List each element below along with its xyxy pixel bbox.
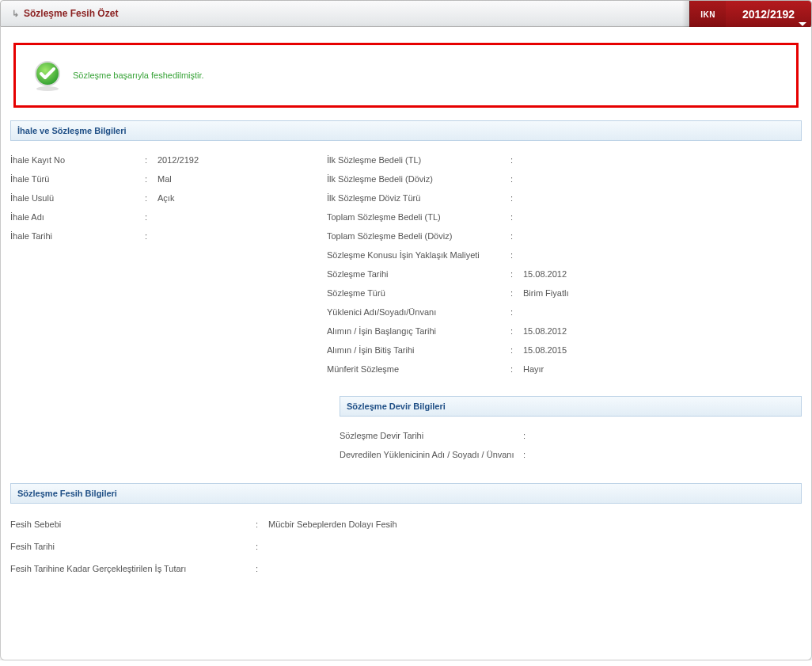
breadcrumb-arrow-icon: ↳ xyxy=(12,9,19,19)
row-toplam-tl: Toplam Sözleşme Bedeli (TL) : xyxy=(327,207,802,226)
row-yuklenici: Yüklenici Adı/Soyadı/Ünvanı : xyxy=(327,303,802,322)
row-ilk-doviz-turu: İlk Sözleşme Döviz Türü : xyxy=(327,188,802,207)
fesih-rows: Fesih Sebebi : Mücbir Sebeplerden Dolayı… xyxy=(10,513,802,580)
row-devir-tarih: Sözleşme Devir Tarihi : xyxy=(340,426,802,445)
content: Sözleşme başarıyla feshedilmiştir. İhale… xyxy=(0,27,812,660)
page-title: Sözleşme Fesih Özet xyxy=(24,8,118,19)
ikn-label: IKN xyxy=(700,10,715,19)
row-devredilen: Devredilen Yüklenicinin Adı / Soyadı / Ü… xyxy=(340,445,802,464)
section-header-ihale: İhale ve Sözleşme Bilgileri xyxy=(10,120,802,141)
value: 2012/2192 xyxy=(157,155,303,165)
row-ilk-doviz: İlk Sözleşme Bedeli (Döviz) : xyxy=(327,169,802,188)
row-ilk-tl: İlk Sözleşme Bedeli (TL) : xyxy=(327,150,802,169)
ihale-columns: İhale Kayıt No : 2012/2192 İhale Türü : … xyxy=(10,150,802,472)
ikn-value: 2012/2192 xyxy=(742,8,795,21)
ikn-label-box: IKN xyxy=(689,1,726,28)
row-soz-tarih: Sözleşme Tarihi : 15.08.2012 xyxy=(327,264,802,284)
page: ↳ Sözleşme Fesih Özet IKN 2012/2192 xyxy=(0,0,812,660)
row-ihale-tarihi: İhale Tarihi : xyxy=(10,226,303,245)
row-yaklasik: Sözleşme Konusu İşin Yaklaşık Maliyeti : xyxy=(327,245,802,264)
success-check-icon xyxy=(32,59,63,91)
row-munferit: Münferit Sözleşme : Hayır xyxy=(327,360,802,379)
row-toplam-doviz: Toplam Sözleşme Bedeli (Döviz) : xyxy=(327,226,802,245)
row-ihale-usulu: İhale Usulü : Açık xyxy=(10,188,303,207)
label: İhale Kayıt No xyxy=(10,155,145,165)
row-fesih-tutar: Fesih Tarihine Kadar Gerçekleştirilen İş… xyxy=(10,558,802,580)
row-fesih-tarih: Fesih Tarihi : xyxy=(10,535,802,558)
success-message: Sözleşme başarıyla feshedilmiştir. xyxy=(73,70,204,80)
success-alert: Sözleşme başarıyla feshedilmiştir. xyxy=(13,43,799,108)
row-ihale-turu: İhale Türü : Mal xyxy=(10,169,303,188)
ikn-badge[interactable]: IKN 2012/2192 xyxy=(689,1,811,28)
row-bitis: Alımın / İşin Bitiş Tarihi : 15.08.2015 xyxy=(327,341,802,360)
row-ihale-kayit-no: İhale Kayıt No : 2012/2192 xyxy=(10,150,303,169)
chevron-down-icon xyxy=(799,22,806,26)
row-baslangic: Alımın / İşin Başlangıç Tarihi : 15.08.2… xyxy=(327,322,802,341)
section-header-fesih: Sözleşme Fesih Bilgileri xyxy=(10,483,802,504)
section-header-devir: Sözleşme Devir Bilgileri xyxy=(340,396,802,417)
devir-block: Sözleşme Devir Bilgileri Sözleşme Devir … xyxy=(327,396,802,464)
title-bar: ↳ Sözleşme Fesih Özet IKN 2012/2192 xyxy=(0,0,812,27)
ikn-value-box[interactable]: 2012/2192 xyxy=(726,1,811,28)
ihale-left-col: İhale Kayıt No : 2012/2192 İhale Türü : … xyxy=(10,150,303,472)
ihale-right-col: İlk Sözleşme Bedeli (TL) : İlk Sözleşme … xyxy=(327,150,802,472)
row-ihale-adi: İhale Adı : xyxy=(10,207,303,226)
page-title-wrap: ↳ Sözleşme Fesih Özet xyxy=(1,1,118,26)
row-soz-turu: Sözleşme Türü : Birim Fiyatlı xyxy=(327,284,802,303)
svg-point-0 xyxy=(36,86,59,91)
row-fesih-sebep: Fesih Sebebi : Mücbir Sebeplerden Dolayı… xyxy=(10,513,802,535)
